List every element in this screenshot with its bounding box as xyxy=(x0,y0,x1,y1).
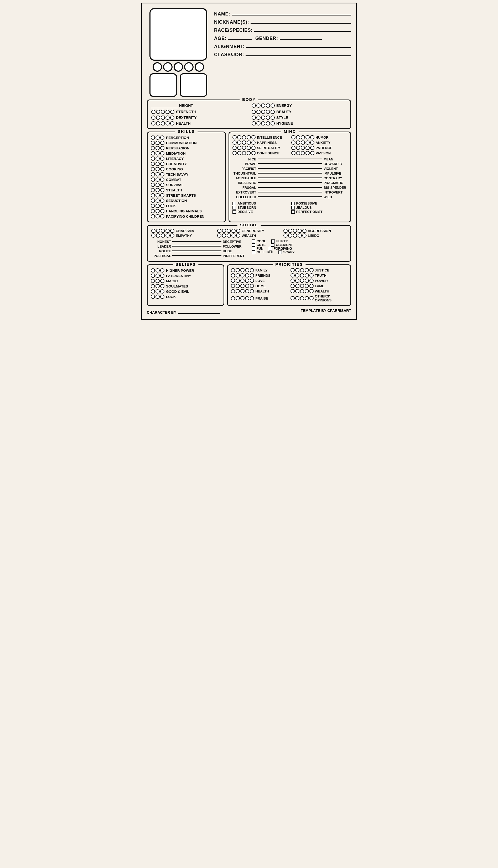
circle xyxy=(291,146,296,150)
skill-row: TECH SAVVY xyxy=(151,172,222,177)
spectrum-line xyxy=(258,182,322,183)
mind-stat-row: CONFIDENCE xyxy=(233,151,288,156)
belief-label: FATE/DESTINY xyxy=(166,274,191,278)
checkbox[interactable] xyxy=(252,251,255,254)
nickname-field[interactable] xyxy=(251,18,351,24)
skill-row: COOKING xyxy=(151,166,222,172)
checkbox-row: FLIRTY xyxy=(271,239,288,243)
skill-label: LITERACY xyxy=(166,157,184,161)
circle xyxy=(156,295,160,299)
char-by-field[interactable] xyxy=(178,308,220,314)
bubbles-row xyxy=(153,62,204,72)
beliefs-list: HIGHER POWERFATE/DESTINYMAGICSOULMATESGO… xyxy=(151,268,220,299)
circle xyxy=(290,273,295,278)
circle xyxy=(300,279,304,283)
checkbox-label: FLIRTY xyxy=(276,239,288,243)
circle xyxy=(310,289,314,293)
circle xyxy=(151,204,155,208)
social-spectrum-left: LEADER xyxy=(151,245,171,249)
checkbox[interactable] xyxy=(271,243,274,247)
skill-label: CREATIVITY xyxy=(166,162,187,166)
circle xyxy=(160,289,165,294)
circle xyxy=(156,167,160,171)
circles-3 xyxy=(151,167,165,171)
circle xyxy=(240,273,245,278)
alignment-field[interactable] xyxy=(246,42,351,48)
social-stats-mid: GENEROSITYWEALTH xyxy=(217,228,280,238)
circle xyxy=(245,296,249,301)
checkbox-row: CUTE xyxy=(252,243,265,247)
social-stat-row: GENEROSITY xyxy=(217,228,280,233)
priority-label: OTHERS' OPINIONS xyxy=(315,294,347,302)
checkbox[interactable] xyxy=(291,202,295,205)
circles-3 xyxy=(151,193,165,198)
circle xyxy=(240,268,245,272)
spectrum-row: PACIFISTVIOLENT xyxy=(233,166,347,171)
mind-stat-row: PASSION xyxy=(291,151,347,156)
circle xyxy=(160,188,165,192)
checkbox[interactable] xyxy=(252,247,255,251)
skill-row: STEALTH xyxy=(151,187,222,193)
top-section: NAME: NICKNAME(S): RACE/SPECIES: AGE: GE… xyxy=(147,8,351,97)
skill-label: STEALTH xyxy=(166,188,182,192)
nickname-line: NICKNAME(S): xyxy=(214,18,351,25)
social-spectrum-right: DECEPTIVE xyxy=(223,240,246,244)
beliefs-box: BELIEFS HIGHER POWERFATE/DESTINYMAGICSOU… xyxy=(147,264,224,306)
circles-3 xyxy=(151,268,165,272)
checkbox-row: SCARY xyxy=(278,251,295,254)
circle xyxy=(156,177,160,182)
checkbox[interactable] xyxy=(291,206,295,210)
spectrum-line xyxy=(258,159,322,159)
priority-label: TRUTH xyxy=(315,273,327,278)
circle xyxy=(160,151,165,156)
circle xyxy=(305,279,309,283)
checkbox[interactable] xyxy=(252,239,255,243)
checkbox[interactable] xyxy=(271,239,275,243)
portrait-small-1 xyxy=(149,73,177,97)
circle xyxy=(242,141,246,145)
race-field[interactable] xyxy=(254,26,351,32)
skill-label: PACIFYING CHILDREN xyxy=(166,214,204,218)
circles-5 xyxy=(233,135,255,139)
beauty-row: BEAUTY xyxy=(252,109,347,115)
name-field[interactable] xyxy=(232,10,351,15)
middle-section: SKILLS PERCEPTIONCOMMUNICATIONPERSUASION… xyxy=(147,132,351,222)
social-spectrum-row: LEADERFOLLOWER xyxy=(151,244,246,249)
checkbox[interactable] xyxy=(233,210,236,214)
height-field[interactable] xyxy=(151,103,178,108)
gender-field[interactable] xyxy=(280,34,322,40)
spectrum-row: FRUGALBIG SPENDER xyxy=(233,185,347,190)
circle xyxy=(300,284,304,288)
circle xyxy=(288,229,292,233)
checkbox-row: GULLIBLE xyxy=(252,251,273,254)
circle xyxy=(233,151,237,155)
circle xyxy=(233,146,237,150)
checkbox[interactable] xyxy=(252,243,255,247)
circle xyxy=(151,284,155,288)
circle xyxy=(291,151,296,155)
spectrum-line xyxy=(258,173,322,174)
checkbox[interactable] xyxy=(233,206,236,210)
circle xyxy=(290,296,295,301)
circle xyxy=(310,284,314,288)
circle xyxy=(166,233,170,238)
circle xyxy=(233,141,237,145)
mind-stat-row: INTELLIGENCE xyxy=(233,135,288,140)
belief-row: LUCK xyxy=(151,294,220,299)
checkbox[interactable] xyxy=(233,202,236,205)
age-field[interactable] xyxy=(228,34,252,40)
skill-label: HANDLING ANIMALS xyxy=(166,209,202,213)
circle xyxy=(160,284,165,288)
class-field[interactable] xyxy=(246,50,351,56)
checkbox[interactable] xyxy=(291,210,295,214)
skill-row: STREET SMARTS xyxy=(151,193,222,198)
priority-row: HEALTH xyxy=(231,289,288,294)
circle xyxy=(227,233,231,238)
footer-right: TEMPLATE BY CPARRISART xyxy=(301,308,351,315)
circles-3 xyxy=(151,295,165,299)
circle xyxy=(295,289,299,293)
checkbox[interactable] xyxy=(269,247,272,251)
spectrum-left: PACIFIST xyxy=(233,167,256,171)
circles-5 xyxy=(290,273,314,278)
checkbox[interactable] xyxy=(278,251,282,254)
